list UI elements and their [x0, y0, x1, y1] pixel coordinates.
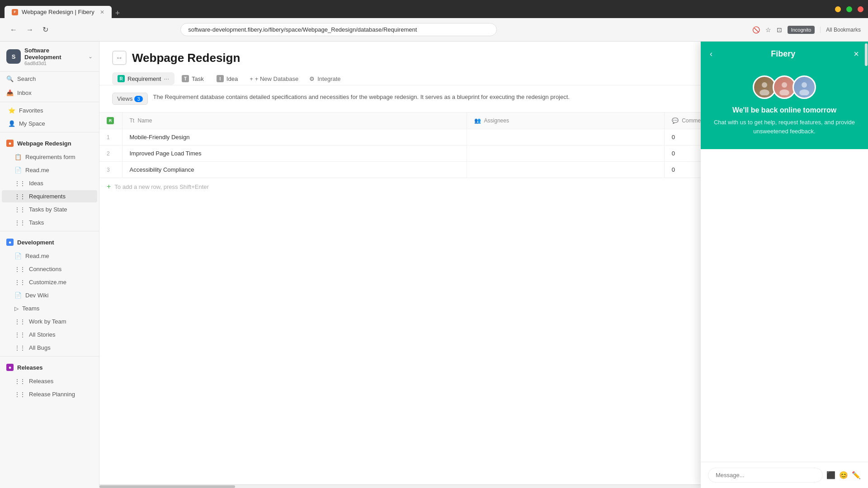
- sidebar-item-tasks[interactable]: ⋮⋮ Tasks: [2, 216, 97, 229]
- sidebar-item-ideas[interactable]: ⋮⋮ Ideas: [2, 177, 97, 189]
- maximize-button[interactable]: □: [846, 6, 852, 12]
- active-tab[interactable]: F Webpage Redesign | Fibery ✕: [5, 6, 112, 18]
- all-stories-label: All Stories: [29, 331, 56, 338]
- ideas-icon: ⋮⋮: [14, 180, 25, 187]
- col-num: R: [99, 113, 122, 129]
- browser-actions: 🚫 ☆ ⊡ Incognito All Bookmarks: [752, 26, 861, 34]
- releases-header[interactable]: ● Releases: [6, 362, 93, 373]
- sidebar-item-release-planning[interactable]: ⋮⋮ Release Planning: [2, 388, 97, 400]
- tab-task[interactable]: T Task: [176, 72, 209, 85]
- browser-tabs: F Webpage Redesign | Fibery ✕ +: [5, 0, 120, 18]
- integrate-button[interactable]: ⚙ Integrate: [305, 73, 345, 85]
- workspace-chevron-icon: ⌄: [88, 53, 93, 60]
- task-tab-icon: T: [182, 75, 189, 82]
- chat-screen-share-icon[interactable]: ⬛: [826, 471, 835, 479]
- requirement-tab-more[interactable]: ···: [164, 75, 169, 82]
- minimize-button[interactable]: −: [835, 6, 841, 12]
- chat-emoji-icon[interactable]: 😊: [839, 471, 848, 479]
- bookmark-icon[interactable]: ☆: [765, 26, 771, 33]
- sidebar-item-readme[interactable]: 📄 Read.me: [2, 164, 97, 176]
- work-by-team-icon: ⋮⋮: [14, 319, 25, 325]
- requirements-label: Requirements: [29, 193, 66, 200]
- sidebar-search[interactable]: 🔍 Search: [0, 72, 99, 86]
- chat-close-button[interactable]: ×: [854, 49, 859, 59]
- tab-requirement[interactable]: R Requirement ···: [112, 72, 175, 85]
- chat-scroll-thumb[interactable]: [865, 43, 868, 66]
- requirements-icon: ⋮⋮: [14, 193, 25, 200]
- split-screen-icon[interactable]: ⊡: [777, 26, 782, 33]
- development-header[interactable]: ● Development: [6, 237, 93, 248]
- chat-scrollbar[interactable]: [864, 42, 868, 488]
- chat-title: Fibery: [771, 49, 795, 59]
- sidebar-item-connections[interactable]: ⋮⋮ Connections: [2, 263, 97, 275]
- tab-idea[interactable]: I Idea: [211, 72, 243, 85]
- address-input[interactable]: [180, 23, 497, 36]
- chat-panel: ‹ Fibery ×: [701, 42, 868, 488]
- views-badge[interactable]: Views 3: [112, 93, 148, 105]
- requirements-form-icon: 📋: [14, 154, 22, 160]
- sidebar-item-teams[interactable]: ▷ Teams: [2, 302, 97, 314]
- chat-back-button[interactable]: ‹: [710, 49, 712, 59]
- sidebar-item-releases[interactable]: ⋮⋮ Releases: [2, 375, 97, 387]
- incognito-badge: Incognito: [788, 26, 815, 34]
- page-title: Webpage Redesign: [132, 51, 240, 65]
- sidebar-item-dev-wiki[interactable]: 📄 Dev Wiki: [2, 289, 97, 301]
- dev-wiki-icon: 📄: [14, 292, 22, 299]
- svg-point-5: [799, 89, 809, 95]
- forward-button[interactable]: →: [24, 24, 36, 36]
- row-1-num: 1: [99, 129, 122, 145]
- sidebar-item-tasks-by-state[interactable]: ⋮⋮ Tasks by State: [2, 203, 97, 216]
- webpage-redesign-header[interactable]: ● Webpage Redesign: [6, 138, 93, 149]
- all-bugs-icon: ⋮⋮: [14, 345, 25, 351]
- requirement-tab-label: Requirement: [127, 75, 161, 82]
- col-name: Tt Name: [122, 113, 467, 129]
- svg-point-0: [762, 82, 767, 88]
- close-button[interactable]: ×: [858, 6, 863, 12]
- row-2-name[interactable]: Improved Page Load Times: [122, 145, 467, 162]
- refresh-button[interactable]: ↻: [40, 23, 51, 36]
- webpage-redesign-label: Webpage Redesign: [17, 140, 71, 147]
- tab-close-btn[interactable]: ✕: [100, 9, 104, 15]
- chat-status-text: Chat with us to get help, request featur…: [710, 118, 859, 136]
- page-icon: ↔: [112, 51, 127, 65]
- sidebar-item-dev-readme[interactable]: 📄 Read.me: [2, 250, 97, 262]
- row-1-name[interactable]: Mobile-Friendly Design: [122, 129, 467, 145]
- sidebar-item-my-space[interactable]: 👤 My Space: [2, 117, 97, 130]
- row-3-name[interactable]: Accessibility Compliance: [122, 162, 467, 178]
- browser-chrome: F Webpage Redesign | Fibery ✕ + − □ ×: [0, 0, 868, 18]
- all-bookmarks-link[interactable]: All Bookmarks: [820, 27, 861, 33]
- idea-tab-icon: I: [217, 75, 224, 82]
- row-3-num: 3: [99, 162, 122, 178]
- releases-section: ● Releases: [0, 358, 99, 375]
- requirement-tab-icon: R: [118, 75, 125, 82]
- search-icon: 🔍: [6, 75, 14, 82]
- chat-hero: We'll be back online tomorrow Chat with …: [701, 66, 868, 149]
- tasks-by-state-icon: ⋮⋮: [14, 206, 25, 213]
- new-database-button[interactable]: + + New Database: [245, 73, 303, 85]
- ideas-label: Ideas: [29, 180, 43, 187]
- readme-label: Read.me: [25, 167, 49, 174]
- sidebar-item-customize-me[interactable]: ⋮⋮ Customize.me: [2, 276, 97, 288]
- sidebar-item-work-by-team[interactable]: ⋮⋮ Work by Team: [2, 315, 97, 328]
- workspace-selector[interactable]: S Software Development 6ad8d3d1 ⌄: [0, 42, 99, 72]
- sidebar-inbox[interactable]: 📥 Inbox: [0, 86, 99, 100]
- webpage-redesign-section: ● Webpage Redesign: [0, 134, 99, 150]
- camera-off-icon[interactable]: 🚫: [752, 26, 760, 33]
- chat-message-input[interactable]: [708, 468, 823, 483]
- window-controls: − □ ×: [835, 6, 863, 12]
- back-button[interactable]: ←: [7, 24, 20, 36]
- sidebar-item-requirements[interactable]: ⋮⋮ Requirements: [2, 190, 97, 202]
- comments-col-icon: 💬: [672, 117, 679, 124]
- sidebar-item-all-stories[interactable]: ⋮⋮ All Stories: [2, 328, 97, 341]
- sidebar-item-requirements-form[interactable]: 📋 Requirements form: [2, 151, 97, 163]
- new-tab-btn[interactable]: +: [115, 9, 120, 18]
- connections-icon: ⋮⋮: [14, 266, 25, 272]
- chat-body[interactable]: [701, 149, 868, 462]
- sidebar-item-all-bugs[interactable]: ⋮⋮ All Bugs: [2, 342, 97, 354]
- chat-attachment-icon[interactable]: ✏️: [852, 471, 861, 479]
- development-section: ● Development: [0, 233, 99, 249]
- scrollbar-thumb[interactable]: [99, 485, 235, 488]
- chat-avatars: [753, 75, 816, 99]
- tasks-label: Tasks: [29, 219, 44, 226]
- sidebar-item-favorites[interactable]: ⭐ Favorites: [2, 104, 97, 117]
